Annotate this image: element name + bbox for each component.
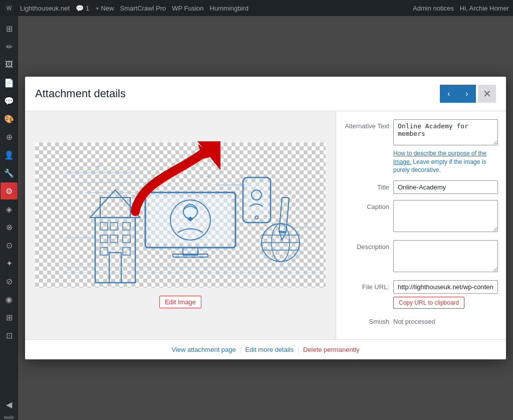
details-panel: Alternative Text How to describe the pur… — [336, 111, 506, 339]
sidebar-icon-tools[interactable]: 🔧 — [1, 164, 18, 181]
svg-rect-21 — [100, 248, 108, 255]
smush-value: Not processed — [393, 315, 435, 325]
modal-footer: View attachment page | Edit more details… — [25, 339, 506, 359]
alt-text-value: How to describe the purpose of the image… — [393, 119, 498, 174]
file-url-input[interactable] — [393, 280, 498, 294]
description-label: Description — [344, 240, 389, 251]
sidebar-icon-dashboard[interactable]: ⊞ — [1, 20, 18, 37]
sidebar-icon-settings[interactable]: ⚙ — [1, 182, 18, 199]
alt-text-input[interactable] — [393, 119, 498, 145]
alt-text-help: How to describe the purpose of the image… — [393, 149, 498, 174]
plugin-wpfusion[interactable]: WP Fusion — [172, 5, 203, 12]
file-url-label: File URL: — [344, 280, 389, 291]
attachment-modal: Attachment details ‹ › ✕ — [25, 77, 506, 359]
file-url-value: Copy URL to clipboard — [393, 280, 498, 309]
prev-attachment-button[interactable]: ‹ — [440, 85, 458, 103]
separator-1: | — [239, 346, 241, 353]
sidebar-icon-extra4[interactable]: ⊞ — [1, 309, 18, 326]
smush-label: Smush — [344, 315, 389, 325]
svg-rect-15 — [100, 223, 108, 230]
description-value — [393, 240, 498, 274]
svg-marker-24 — [90, 190, 140, 218]
sidebar-icon-users[interactable]: 👤 — [1, 146, 18, 163]
svg-rect-19 — [110, 235, 118, 243]
admin-bar: W Lighthouseuk.net 💬1 + New SmartCrawl P… — [0, 0, 513, 16]
sidebar-tools-label: tools — [4, 415, 14, 420]
wp-logo[interactable]: W — [4, 3, 14, 13]
user-greeting[interactable]: Hi, Archie Homer — [460, 5, 509, 12]
alt-text-label: Alternative Text — [344, 119, 389, 130]
sidebar-icon-appearance[interactable]: 🎨 — [1, 110, 18, 127]
delete-permanently-link[interactable]: Delete permanently — [303, 346, 360, 353]
edit-details-link[interactable]: Edit more details — [245, 346, 294, 353]
sidebar-icon-comments[interactable]: 💬 — [1, 92, 18, 109]
plugin-smartcrawl[interactable]: SmartCrawl Pro — [120, 5, 166, 12]
description-field-row: Description — [344, 240, 498, 274]
image-preview: + + + × × — [35, 142, 326, 288]
description-input[interactable] — [393, 240, 498, 272]
svg-rect-16 — [110, 223, 118, 230]
sidebar-icon-collapse[interactable]: ◀ — [1, 396, 18, 413]
modal-navigation: ‹ › ✕ — [440, 85, 496, 103]
admin-notices[interactable]: Admin notices — [413, 5, 454, 12]
admin-bar-right: Admin notices Hi, Archie Homer — [413, 5, 509, 12]
modal-title: Attachment details — [35, 87, 126, 100]
svg-point-34 — [255, 216, 258, 219]
view-attachment-link[interactable]: View attachment page — [171, 346, 235, 353]
sidebar-icon-posts[interactable]: ✏ — [1, 38, 18, 55]
next-attachment-button[interactable]: › — [458, 85, 476, 103]
sidebar-icon-smush[interactable]: ⊗ — [1, 219, 18, 236]
comment-count[interactable]: 💬1 — [76, 5, 89, 12]
sidebar-icon-extra1[interactable]: ✦ — [1, 255, 18, 272]
image-preview-area: + + + × × — [25, 111, 336, 339]
svg-rect-32 — [245, 182, 268, 215]
title-label: Title — [344, 180, 389, 191]
title-value — [393, 180, 498, 194]
svg-text:×: × — [306, 219, 310, 227]
caption-input[interactable] — [393, 200, 498, 232]
sidebar-icon-plugins[interactable]: ⊕ — [1, 128, 18, 145]
caption-value — [393, 200, 498, 234]
svg-rect-20 — [123, 235, 130, 243]
sidebar-icon-extra2[interactable]: ⊘ — [1, 273, 18, 290]
copy-url-button[interactable]: Copy URL to clipboard — [393, 297, 464, 309]
plugin-hummingbird[interactable]: Hummingbird — [210, 5, 248, 12]
sidebar-icon-extra5[interactable]: ⊡ — [1, 327, 18, 344]
edit-image-button[interactable]: Edit Image — [159, 296, 201, 308]
svg-rect-40 — [279, 197, 289, 233]
site-title[interactable]: Lighthouseuk.net — [20, 5, 70, 12]
sidebar: ⊞ ✏ 🖼 📄 💬 🎨 ⊕ 👤 🔧 ⚙ ◈ ⊗ ⊙ ✦ ⊘ ◉ ⊞ ⊡ ◀ to… — [0, 16, 18, 420]
svg-text:+: + — [205, 171, 211, 182]
separator-2: | — [298, 346, 299, 353]
new-button[interactable]: + New — [95, 5, 114, 12]
caption-field-row: Caption — [344, 200, 498, 234]
svg-rect-22 — [123, 248, 130, 255]
svg-rect-18 — [100, 235, 108, 243]
main-content: Attachment details ‹ › ✕ — [18, 16, 513, 420]
title-input[interactable] — [393, 180, 498, 194]
alt-text-help-link[interactable]: How to describe the purpose of the image… — [393, 150, 486, 165]
close-modal-button[interactable]: ✕ — [478, 85, 496, 103]
svg-text:+: + — [95, 161, 101, 172]
sidebar-icon-media[interactable]: 🖼 — [1, 56, 18, 73]
title-field-row: Title — [344, 180, 498, 194]
caption-label: Caption — [344, 200, 389, 211]
sidebar-icon-seo[interactable]: ◈ — [1, 200, 18, 218]
file-url-field-row: File URL: Copy URL to clipboard — [344, 280, 498, 309]
modal-body: + + + × × — [25, 111, 506, 339]
modal-overlay[interactable]: Attachment details ‹ › ✕ — [18, 16, 513, 420]
smush-field-row: Smush Not processed — [344, 315, 498, 325]
footer-links: View attachment page | Edit more details… — [33, 346, 498, 353]
sidebar-icon-extra3[interactable]: ◉ — [1, 291, 18, 308]
sidebar-icon-pages[interactable]: 📄 — [1, 74, 18, 91]
alt-text-field-row: Alternative Text How to describe the pur… — [344, 119, 498, 174]
sidebar-icon-hummingbird[interactable]: ⊙ — [1, 237, 18, 254]
svg-rect-17 — [123, 223, 130, 230]
modal-header: Attachment details ‹ › ✕ — [25, 77, 506, 111]
